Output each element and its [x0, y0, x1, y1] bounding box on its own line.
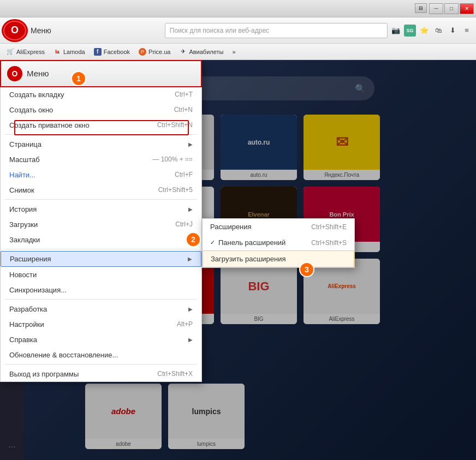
- bookmark-aliexpress-label: AliExpress: [16, 49, 45, 55]
- menu-item-help-arrow: ▶: [188, 337, 193, 343]
- menu-divider-4: [5, 299, 197, 300]
- menu-item-settings-label: Настройки: [9, 320, 177, 328]
- menu-item-help-label: Справка: [9, 336, 186, 344]
- bookmark-icon[interactable]: ⭐: [418, 25, 430, 37]
- menu-item-exit-label: Выход из программы: [9, 370, 157, 378]
- bookmarks-bar: 🛒 AliExpress la Lamoda f Facebook P Pric…: [0, 44, 476, 60]
- more-label: »: [232, 49, 235, 55]
- submenu-check-icon: ✓: [210, 239, 215, 246]
- bookmark-lamoda[interactable]: la Lamoda: [51, 47, 87, 57]
- menu-item-private-window[interactable]: Создать приватное окно Ctrl+Shift+N: [1, 117, 201, 133]
- menu-item-dev-label: Разработка: [9, 305, 186, 313]
- menu-item-news-label: Новости: [9, 271, 193, 279]
- menu-item-dev[interactable]: Разработка ▶: [1, 301, 201, 316]
- menu-item-private-window-shortcut: Ctrl+Shift+N: [157, 121, 193, 129]
- menu-item-history-arrow: ▶: [188, 206, 193, 212]
- menu-item-news[interactable]: Новости: [1, 267, 201, 282]
- address-bar[interactable]: Поиск для поиска или веб-адрес: [165, 23, 388, 38]
- menu-item-extensions-label: Расширения: [10, 255, 186, 263]
- submenu-item-extensions[interactable]: Расширения Ctrl+Shift+E: [203, 219, 354, 235]
- menu-item-zoom-shortcut: — 100% + ⌗⌗: [152, 156, 193, 163]
- submenu-extensions-shortcut: Ctrl+Shift+E: [311, 223, 347, 231]
- opera-menu-button[interactable]: O: [3, 21, 26, 40]
- menu-item-page-arrow: ▶: [188, 141, 193, 147]
- menu-item-history[interactable]: История ▶: [1, 201, 201, 217]
- menu-item-find[interactable]: Найти... Ctrl+F: [1, 167, 201, 182]
- menu-item-downloads-label: Загрузки: [9, 220, 175, 229]
- submenu-load-label: Загрузить расширения: [211, 255, 346, 263]
- bookmark-more[interactable]: »: [230, 47, 237, 56]
- toolbar-icons: 📷 SG ⭐ 🛍 ⬇ ≡: [390, 25, 473, 37]
- bookmark-aviabilety[interactable]: ✈ Авиабилеты: [177, 47, 225, 57]
- menu-item-update-label: Обновление & восстановление...: [9, 351, 193, 359]
- menu-item-zoom[interactable]: Масштаб — 100% + ⌗⌗: [1, 152, 201, 167]
- menu-item-exit[interactable]: Выход из программы Ctrl+Shift+X: [1, 366, 201, 381]
- menu-item-zoom-label: Масштаб: [9, 156, 152, 164]
- menu-item-new-tab-label: Создать вкладку: [9, 91, 175, 99]
- menu-item-exit-shortcut: Ctrl+Shift+X: [157, 370, 193, 378]
- bookmark-facebook[interactable]: f Facebook: [92, 47, 132, 57]
- menu-item-screenshot-shortcut: Ctrl+Shift+5: [158, 186, 193, 194]
- menu-title: Меню: [27, 69, 49, 78]
- menu-item-downloads[interactable]: Загрузки Ctrl+J: [1, 217, 201, 232]
- taskbar-icon[interactable]: ⊟: [415, 3, 427, 13]
- download-icon[interactable]: ⬇: [447, 25, 459, 37]
- menu-item-extensions[interactable]: Расширения ▶: [1, 251, 201, 267]
- toolbar: O Меню Поиск для поиска или веб-адрес 📷 …: [0, 17, 476, 44]
- bookmark-priceua[interactable]: P Price.ua: [136, 47, 172, 57]
- menu-divider-2: [5, 199, 197, 200]
- menu-item-private-window-label: Создать приватное окно: [9, 121, 157, 129]
- menu-item-settings-shortcut: Alt+P: [177, 320, 193, 328]
- menu-header: O Меню: [1, 61, 201, 87]
- menu-item-screenshot-label: Снимок: [9, 186, 158, 194]
- facebook-icon: f: [94, 48, 102, 56]
- camera-icon[interactable]: 📷: [390, 25, 402, 37]
- menu-divider-3: [5, 249, 197, 249]
- submenu-item-load[interactable]: Загрузить расширения: [203, 250, 354, 267]
- bookmark-priceua-label: Price.ua: [148, 49, 170, 55]
- submenu-panel-shortcut: Ctrl+Shift+S: [311, 239, 347, 247]
- menu-item-history-label: История: [9, 205, 186, 213]
- browser-window: ⊟ ─ □ ✕ O Меню Поиск для поиска или веб-…: [0, 0, 476, 460]
- bookmark-aliexpress[interactable]: 🛒 AliExpress: [4, 47, 47, 57]
- menu-item-sync[interactable]: Синхронизация...: [1, 282, 201, 297]
- menu-item-find-shortcut: Ctrl+F: [175, 171, 193, 178]
- menu-item-help[interactable]: Справка ▶: [1, 332, 201, 347]
- menu-item-new-window-label: Создать окно: [9, 106, 174, 114]
- title-bar: ⊟ ─ □ ✕: [0, 0, 476, 17]
- menu-label: Меню: [31, 26, 51, 35]
- submenu-item-panel[interactable]: ✓ Панель расширений Ctrl+Shift+S: [203, 235, 354, 250]
- vpn-icon[interactable]: SG: [404, 25, 416, 37]
- menu-item-update[interactable]: Обновление & восстановление...: [1, 347, 201, 362]
- menu-item-screenshot[interactable]: Снимок Ctrl+Shift+5: [1, 182, 201, 198]
- shopping-icon[interactable]: 🛍: [432, 25, 444, 37]
- title-bar-buttons: ⊟ ─ □ ✕: [415, 3, 474, 14]
- submenu-panel-label: Панель расширений: [218, 238, 311, 247]
- menu-item-bookmarks-label: Закладки: [9, 236, 186, 244]
- opera-logo: O: [11, 25, 19, 36]
- menu-item-new-window[interactable]: Создать окно Ctrl+N: [1, 102, 201, 117]
- bookmark-lamoda-label: Lamoda: [63, 49, 85, 55]
- step-badge-2: 2: [186, 232, 201, 247]
- menu-item-page-label: Страница: [9, 140, 186, 148]
- menu-item-bookmarks[interactable]: Закладки ▶: [1, 232, 201, 247]
- lamoda-icon: la: [53, 48, 61, 56]
- menu-item-new-tab-shortcut: Ctrl+T: [175, 91, 193, 98]
- maximize-button[interactable]: □: [444, 3, 459, 14]
- minimize-button[interactable]: ─: [429, 3, 443, 14]
- main-content-area: Поиск 🔍 ⊙ 📁 ··· RESERVED Reserved Я Янде…: [0, 60, 476, 460]
- menu-item-new-tab[interactable]: Создать вкладку Ctrl+T: [1, 87, 201, 102]
- settings-icon[interactable]: ≡: [461, 25, 473, 37]
- menu-item-settings[interactable]: Настройки Alt+P: [1, 316, 201, 332]
- bookmark-facebook-label: Facebook: [104, 49, 130, 55]
- menu-divider-1: [5, 134, 197, 135]
- menu-item-extensions-arrow: ▶: [188, 256, 192, 262]
- extensions-submenu: Расширения Ctrl+Shift+E ✓ Панель расшире…: [202, 218, 355, 268]
- bookmark-avia-label: Авиабилеты: [189, 49, 223, 55]
- close-button[interactable]: ✕: [460, 3, 474, 14]
- priceua-icon: P: [139, 48, 146, 56]
- menu-item-page[interactable]: Страница ▶: [1, 136, 201, 152]
- avia-icon: ✈: [179, 48, 187, 56]
- menu-item-find-label: Найти...: [9, 171, 175, 179]
- aliexpress-icon: 🛒: [7, 48, 14, 56]
